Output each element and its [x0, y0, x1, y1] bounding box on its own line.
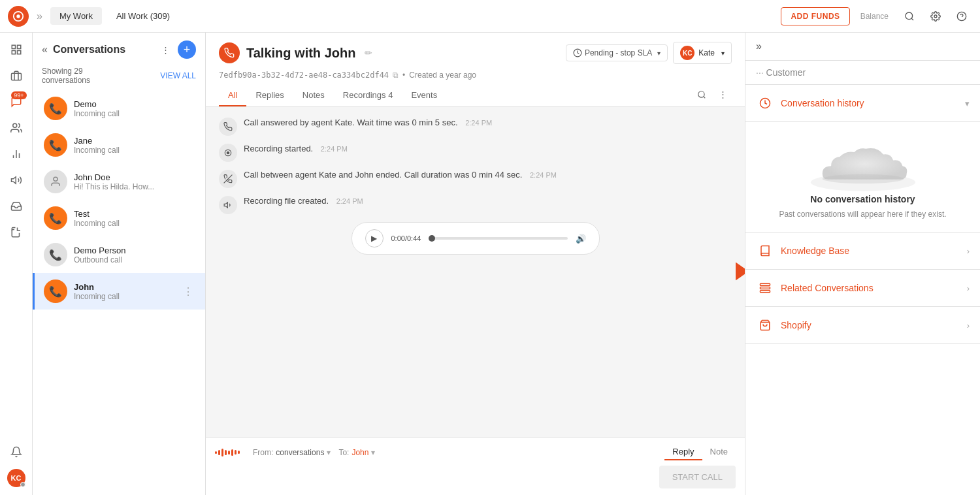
- conversation-item-demo[interactable]: 📞 Demo Incoming call: [33, 90, 205, 127]
- sidebar-item-conversations[interactable]: 99+: [5, 90, 28, 114]
- agent-badge[interactable]: KC Kate ▾: [673, 42, 732, 64]
- tab-replies[interactable]: Replies: [246, 85, 293, 106]
- new-conversation-button[interactable]: +: [178, 40, 196, 59]
- related-conversations-section[interactable]: Related Conversations ›: [745, 270, 980, 307]
- reply-tab-note[interactable]: Note: [702, 444, 736, 460]
- svg-marker-26: [224, 202, 227, 208]
- sidebar-more-icon[interactable]: ⋮: [159, 42, 172, 57]
- audio-volume-icon[interactable]: 🔊: [576, 234, 586, 244]
- topbar: » My Work All Work (309) ADD FUNDS Balan…: [0, 0, 980, 33]
- conv-name-demo-person: Demo Person: [74, 246, 196, 255]
- conversation-item-test[interactable]: 📞 Test Incoming call: [33, 200, 205, 236]
- no-history-subtitle: Past conversations will appear here if t…: [779, 210, 946, 219]
- nav-expand-icon[interactable]: »: [34, 8, 45, 25]
- sidebar-item-campaigns[interactable]: [5, 168, 28, 192]
- event-call-ended: Call between agent Kate and John ended. …: [219, 170, 732, 188]
- svg-point-1: [16, 14, 20, 18]
- reply-tab-reply[interactable]: Reply: [664, 444, 702, 460]
- conv-avatar-john: 📞: [44, 279, 67, 303]
- conversations-list: 📞 Demo Incoming call 📞 Jane Incoming cal…: [33, 90, 205, 495]
- search-button[interactable]: [899, 6, 920, 27]
- conv-name-demo: Demo: [74, 99, 196, 109]
- sla-dropdown-icon: ▾: [657, 50, 661, 57]
- agent-name: Kate: [698, 48, 715, 57]
- agent-dropdown-icon: ▾: [721, 50, 725, 57]
- reply-header: From: conversations ▾ To: John ▾ Reply N…: [215, 444, 736, 460]
- settings-button[interactable]: [925, 6, 946, 27]
- user-avatar-sidebar[interactable]: KC: [5, 466, 28, 490]
- sidebar-item-inbox[interactable]: [5, 195, 28, 218]
- more-options-icon[interactable]: ⋮: [713, 86, 732, 104]
- conversation-item-john-doe[interactable]: John Doe Hi! This is Hilda. How...: [33, 163, 205, 200]
- conv-avatar-john-doe: [44, 170, 67, 193]
- reply-actions: START CALL: [215, 466, 736, 488]
- conversations-count: Showing 29 conversations VIEW ALL: [33, 64, 205, 90]
- all-work-tab[interactable]: All Work (309): [107, 7, 179, 25]
- add-funds-button[interactable]: ADD FUNDS: [781, 7, 849, 25]
- conv-history-title: Conversation history: [781, 98, 965, 108]
- reply-to: To: John ▾: [338, 448, 375, 457]
- reply-from: From: conversations ▾: [253, 448, 331, 457]
- sidebar-back-icon[interactable]: «: [42, 44, 48, 56]
- shopify-icon: [756, 316, 774, 334]
- conv-name-jane: Jane: [74, 136, 196, 146]
- tab-events[interactable]: Events: [402, 85, 446, 106]
- sidebar-item-dashboard[interactable]: [5, 38, 28, 61]
- copy-id-icon[interactable]: ⧉: [393, 71, 399, 80]
- audio-current-time: 0:00/0:44: [391, 234, 421, 242]
- conversations-sidebar-header: « Conversations ⋮ +: [33, 33, 205, 64]
- knowledge-base-section[interactable]: Knowledge Base ›: [745, 232, 980, 270]
- arrow-indicator: [736, 262, 745, 282]
- conversation-history-section[interactable]: Conversation history ▾: [745, 85, 980, 122]
- sidebar-item-briefcase[interactable]: [5, 64, 28, 88]
- start-call-button[interactable]: START CALL: [659, 466, 736, 488]
- conv-item-more-icon[interactable]: ⋮: [180, 283, 196, 300]
- audio-progress-bar[interactable]: [429, 237, 567, 240]
- sidebar-item-contacts[interactable]: [5, 116, 28, 140]
- conversations-sidebar: « Conversations ⋮ + Showing 29 conversat…: [33, 33, 206, 495]
- audio-play-button[interactable]: ▶: [365, 229, 384, 248]
- conv-history-chevron-icon[interactable]: ▾: [965, 99, 970, 108]
- conv-name-test: Test: [74, 209, 196, 219]
- conv-tabs: All Replies Notes Recordings 4 Events: [219, 85, 446, 106]
- search-messages-icon[interactable]: [693, 86, 711, 104]
- conversation-item-jane[interactable]: 📞 Jane Incoming call: [33, 127, 205, 163]
- conversation-header: Talking with John ✏ Pending - stop SLA ▾…: [206, 33, 745, 107]
- event-recording-started: Recording started. 2:24 PM: [219, 144, 732, 162]
- svg-rect-11: [11, 73, 21, 80]
- help-button[interactable]: [951, 6, 972, 27]
- shopify-title: Shopify: [781, 320, 967, 330]
- conversation-item-demo-person[interactable]: 📞 Demo Person Outbound call: [33, 236, 205, 273]
- sidebar-item-history[interactable]: [5, 221, 28, 244]
- view-all-link[interactable]: VIEW ALL: [160, 71, 196, 80]
- svg-point-4: [934, 15, 937, 18]
- sidebar-item-notifications[interactable]: [5, 440, 28, 464]
- svg-point-29: [822, 174, 903, 184]
- right-panel-collapse-icon[interactable]: »: [756, 40, 762, 52]
- event-text-call-answered: Call answered by agent Kate. Wait time w…: [244, 118, 732, 127]
- shopify-section[interactable]: Shopify ›: [745, 307, 980, 344]
- tab-recordings[interactable]: Recordings 4: [334, 85, 402, 106]
- event-text-call-ended: Call between agent Kate and John ended. …: [244, 170, 732, 180]
- svg-rect-8: [17, 45, 20, 48]
- no-history-title: No conversation history: [810, 194, 915, 204]
- my-work-tab[interactable]: My Work: [50, 7, 102, 25]
- sidebar-item-reports[interactable]: [5, 142, 28, 166]
- conversations-badge: 99+: [11, 91, 26, 99]
- edit-title-icon[interactable]: ✏: [365, 48, 372, 58]
- svg-marker-21: [736, 262, 745, 280]
- to-dropdown-icon[interactable]: ▾: [371, 448, 375, 457]
- no-history-container: No conversation history Past conversatio…: [745, 122, 980, 232]
- sla-badge[interactable]: Pending - stop SLA ▾: [566, 44, 668, 61]
- from-dropdown-icon[interactable]: ▾: [327, 448, 331, 457]
- icon-sidebar: 99+ KC: [0, 33, 33, 495]
- svg-rect-30: [760, 283, 770, 285]
- tab-all[interactable]: All: [219, 85, 246, 106]
- tab-notes[interactable]: Notes: [293, 85, 334, 106]
- conv-avatar-test: 📞: [44, 206, 67, 230]
- main-layout: 99+ KC « Conversations: [0, 33, 980, 495]
- conversation-item-john[interactable]: 📞 John Incoming call ⋮: [33, 273, 205, 310]
- svg-marker-16: [11, 177, 16, 184]
- recording-file-icon: [219, 196, 237, 214]
- svg-line-3: [911, 18, 913, 20]
